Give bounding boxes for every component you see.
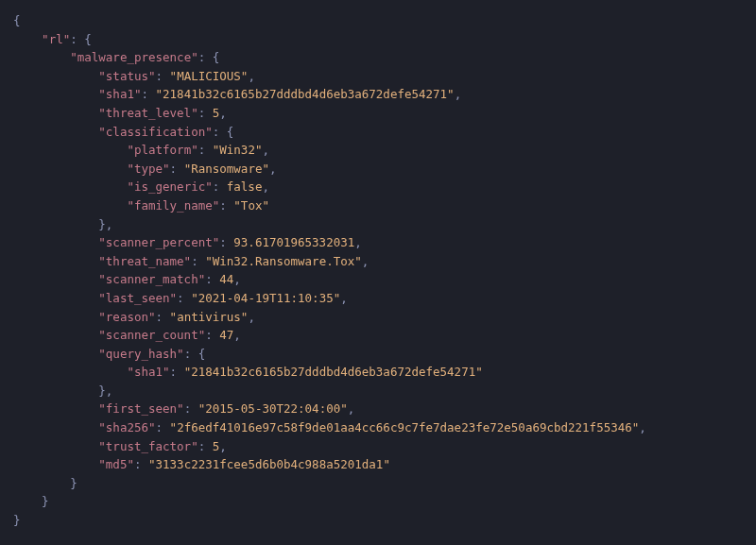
json-number-value: 44 bbox=[219, 272, 233, 286]
json-string-value: "21841b32c6165b27dddbd4d6eb3a672defe5427… bbox=[184, 365, 483, 379]
json-viewer: { "rl": { "malware_presence": { "status"… bbox=[0, 0, 756, 541]
json-string-value: "Win32.Ransomware.Tox" bbox=[205, 254, 362, 268]
json-number-value: 93.61701965332031 bbox=[233, 235, 354, 249]
json-string-value: "3133c2231fcee5d6b0b4c988a5201da1" bbox=[148, 457, 390, 471]
json-string-value: "2015-05-30T22:04:00" bbox=[198, 401, 348, 416]
json-string-value: "Win32" bbox=[213, 143, 263, 157]
json-string-value: "2f6edf41016e97c58f9de01aa4cc66c9c7fe7da… bbox=[170, 420, 640, 434]
json-string-value: "Ransomware" bbox=[184, 162, 269, 176]
json-string-value: "Tox" bbox=[233, 198, 269, 213]
json-boolean-value: false bbox=[227, 179, 263, 194]
json-string-value: "antivirus" bbox=[170, 310, 249, 324]
json-number-value: 47 bbox=[219, 328, 233, 342]
json-string-value: "MALICIOUS" bbox=[170, 69, 249, 83]
json-string-value: "2021-04-19T11:10:35" bbox=[191, 291, 340, 305]
json-string-value: "21841b32c6165b27dddbd4d6eb3a672defe5427… bbox=[156, 87, 455, 101]
